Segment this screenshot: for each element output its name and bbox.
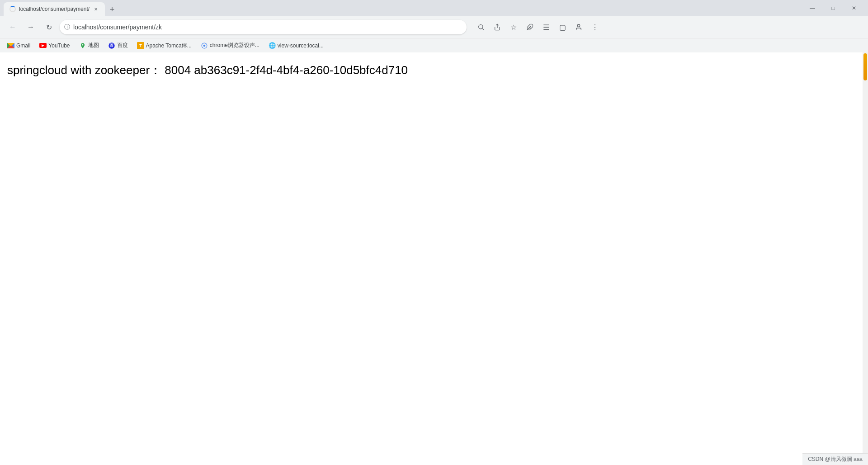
svg-point-11 [203,44,206,47]
split-screen-button[interactable]: ▢ [555,20,570,34]
chrome-sound-favicon [201,42,208,49]
view-source-favicon: 🌐 [269,42,276,49]
youtube-icon [39,43,47,48]
tab-favicon [9,5,16,13]
view-source-label: view-source:local... [278,42,324,49]
page-main-text: springcloud with zookeeper： 8004 ab363c9… [7,61,861,79]
bookmark-tomcat[interactable]: T Apache Tomcat®... [133,40,195,51]
svg-line-1 [482,28,484,30]
page-content: springcloud with zookeeper： 8004 ab363c9… [0,52,868,465]
bookmark-gmail[interactable]: Gmail [4,40,34,51]
bookmark-youtube[interactable]: YouTube [36,40,73,51]
extensions-button[interactable] [523,20,537,34]
status-bar: CSDN @清风微澜 aaa [802,453,868,465]
bookmarks-bar: Gmail YouTube 地图 百 [0,38,868,52]
tab-manager-button[interactable]: ☰ [539,20,553,34]
url-input[interactable] [60,20,467,34]
window-controls: — □ ✕ [802,0,868,16]
bookmark-chrome-sound[interactable]: chrome浏览器设声... [197,40,263,51]
loading-spinner [9,6,16,12]
share-icon-button[interactable] [490,20,505,34]
back-button[interactable]: ← [5,20,20,34]
chrome-sound-label: chrome浏览器设声... [210,42,259,49]
bookmark-view-source[interactable]: 🌐 view-source:local... [265,40,327,51]
map-favicon [79,42,86,49]
bookmark-star-button[interactable]: ☆ [506,20,521,34]
baidu-favicon: 百 [108,42,115,49]
url-bar-container: ⓘ [60,20,467,34]
menu-button[interactable]: ⋮ [588,20,602,34]
forward-button[interactable]: → [24,20,38,34]
scrollbar[interactable] [863,52,868,465]
address-bar: ← → ↻ ⓘ ☆ [0,16,868,38]
toolbar-icons: ☆ ☰ ▢ ⋮ [474,20,602,34]
maximize-button[interactable]: □ [823,0,844,16]
tab-title: localhost/consumer/payment/ [19,6,90,12]
tab-close-button[interactable]: ✕ [92,5,99,13]
bookmark-baidu[interactable]: 百 百度 [104,40,132,51]
profile-button[interactable] [571,20,586,34]
active-tab[interactable]: localhost/consumer/payment/ ✕ [4,2,105,16]
youtube-label: YouTube [48,42,70,49]
svg-text:百: 百 [110,43,113,47]
status-text: CSDN @清风微澜 aaa [808,456,863,463]
close-button[interactable]: ✕ [844,0,864,16]
tomcat-favicon: T [137,42,144,49]
baidu-label: 百度 [117,42,128,49]
browser-chrome: localhost/consumer/payment/ ✕ + — □ ✕ ← … [0,0,868,52]
gmail-label: Gmail [16,42,30,49]
refresh-button[interactable]: ↻ [42,20,56,34]
youtube-favicon [39,42,47,49]
tomcat-label: Apache Tomcat®... [146,42,192,49]
gmail-favicon [7,42,14,49]
globe-icon: 🌐 [269,42,276,49]
new-tab-button[interactable]: + [106,3,118,16]
svg-point-0 [479,25,483,29]
svg-text:T: T [139,43,142,48]
bookmark-ditu[interactable]: 地图 [75,40,103,51]
svg-point-5 [577,24,580,27]
scrollbar-thumb[interactable] [863,53,867,80]
url-lock-icon: ⓘ [64,23,70,31]
ditu-label: 地图 [88,42,99,49]
tab-bar: localhost/consumer/payment/ ✕ + — □ ✕ [0,0,868,16]
search-icon-button[interactable] [474,20,488,34]
minimize-button[interactable]: — [802,0,823,16]
